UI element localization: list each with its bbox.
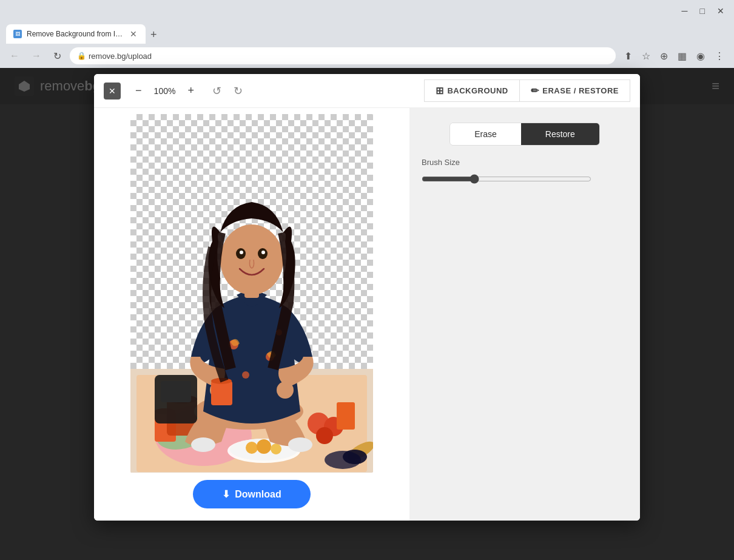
restore-toggle-button[interactable]: Restore [521, 123, 599, 145]
right-panel: Erase Restore Brush Size [409, 108, 640, 521]
restore-button[interactable]: □ [696, 4, 709, 18]
svg-point-29 [277, 382, 294, 399]
tab-close-button[interactable]: ✕ [129, 29, 138, 39]
erase-toggle-button[interactable]: Erase [450, 123, 521, 145]
tab-bar: 🖼 Remove Background from Image ✕ + [0, 22, 734, 44]
layers-icon: ⊞ [436, 85, 444, 96]
download-button[interactable]: ⬇ Download [193, 480, 310, 508]
minimize-button[interactable]: ─ [678, 4, 692, 18]
svg-rect-30 [211, 381, 232, 405]
svg-rect-39 [161, 381, 191, 402]
svg-point-26 [242, 371, 249, 379]
zoom-in-button[interactable]: + [183, 83, 200, 98]
zoom-controls: − 100% + [130, 83, 199, 98]
extensions-button[interactable]: ⊕ [656, 48, 672, 64]
redo-button[interactable]: ↻ [230, 82, 246, 100]
brush-section: Brush Size [422, 155, 628, 186]
image-area: ⬇ Download [94, 108, 409, 521]
svg-point-22 [191, 437, 215, 452]
browser-chrome: ─ □ ✕ 🖼 Remove Background from Image ✕ +… [0, 0, 734, 68]
svg-point-36 [240, 251, 243, 254]
mode-tabs: ⊞ BACKGROUND ✏ ERASE / RESTORE [424, 79, 630, 102]
close-button[interactable]: ✕ [713, 4, 728, 18]
bookmark-button[interactable]: ☆ [638, 48, 654, 64]
undo-button[interactable]: ↺ [209, 82, 225, 100]
zoom-out-button[interactable]: − [130, 83, 147, 98]
window-controls: ─ □ ✕ [678, 4, 728, 18]
new-tab-button[interactable]: + [146, 29, 162, 41]
ssl-icon: 🔒 [77, 52, 86, 60]
history-controls: ↺ ↻ [209, 82, 246, 100]
image-canvas [130, 114, 373, 473]
zoom-value: 100% [153, 86, 177, 96]
subject-image [130, 114, 373, 473]
modal-toolbar: ✕ − 100% + ↺ ↻ ⊞ BACKGROUND [94, 74, 640, 108]
svg-point-23 [288, 437, 312, 452]
tab-title: Remove Background from Image [27, 30, 124, 38]
svg-point-33 [220, 224, 283, 295]
background-tab[interactable]: ⊞ BACKGROUND [424, 79, 520, 102]
svg-point-10 [257, 439, 271, 454]
reload-button[interactable]: ↻ [50, 48, 65, 64]
back-button[interactable]: ← [6, 48, 23, 64]
forward-button[interactable]: → [28, 48, 45, 64]
erase-restore-toggle: Erase Restore [449, 123, 600, 146]
modal-body: ⬇ Download Erase Restore Brush Size [94, 108, 640, 521]
brush-slider-wrapper [422, 174, 628, 184]
erase-restore-tab[interactable]: ✏ ERASE / RESTORE [520, 79, 630, 102]
brush-size-label: Brush Size [422, 158, 628, 167]
tab-favicon: 🖼 [13, 30, 22, 38]
sidebar-toggle-button[interactable]: ▦ [674, 48, 690, 64]
address-text: remove.bg/upload [89, 52, 152, 61]
svg-point-37 [261, 251, 265, 254]
page-background: removebg ≡ ✕ − 100% + ↺ ↻ [0, 68, 734, 560]
active-tab[interactable]: 🖼 Remove Background from Image ✕ [6, 24, 146, 44]
svg-rect-15 [337, 402, 355, 430]
download-area: ⬇ Download [193, 473, 310, 508]
browser-toolbar-icons: ⬆ ☆ ⊕ ▦ ◉ ⋮ [621, 48, 728, 64]
profile-button[interactable]: ◉ [693, 48, 709, 64]
brush-icon: ✏ [531, 85, 539, 96]
svg-point-18 [343, 450, 367, 464]
svg-point-9 [246, 442, 258, 454]
editor-modal: ✕ − 100% + ↺ ↻ ⊞ BACKGROUND [94, 74, 640, 521]
modal-overlay: ✕ − 100% + ↺ ↻ ⊞ BACKGROUND [0, 68, 734, 560]
modal-close-button[interactable]: ✕ [104, 83, 121, 100]
download-icon: ⬇ [222, 488, 230, 500]
brush-size-slider[interactable] [422, 174, 591, 184]
address-bar: ← → ↻ 🔒 remove.bg/upload ⬆ ☆ ⊕ ▦ ◉ ⋮ [0, 44, 734, 68]
title-bar: ─ □ ✕ [0, 0, 734, 22]
svg-point-14 [316, 427, 333, 444]
address-input-container[interactable]: 🔒 remove.bg/upload [70, 47, 616, 64]
svg-point-11 [271, 444, 281, 454]
browser-menu-button[interactable]: ⋮ [711, 48, 728, 64]
share-button[interactable]: ⬆ [621, 48, 636, 64]
